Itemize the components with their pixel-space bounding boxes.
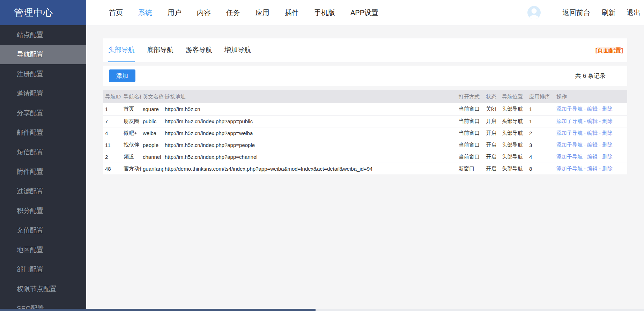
sidebar-item-link[interactable]: 部门配置 [0,260,86,279]
sidebar-item-link[interactable]: 充值配置 [0,221,86,240]
sidebar-menu: 站点配置导航配置注册配置邀请配置分享配置邮件配置短信配置附件配置过滤配置积分配置… [0,25,86,311]
cell-position: 头部导航 [501,139,528,151]
top-navigation: 首页系统用户内容任务应用插件手机版APP设置 [105,8,390,17]
delete-link[interactable]: 删除 [602,130,613,136]
sidebar-item-link[interactable]: 分享配置 [0,103,86,123]
edit-link[interactable]: 编辑 [587,165,598,171]
action-separator: - [584,118,586,124]
cell-name: 首页 [122,103,141,115]
action-separator: - [584,106,586,112]
logout-link[interactable]: 退出 [627,8,641,17]
action-separator: - [584,165,586,171]
topnav-item[interactable]: 内容 [193,8,215,17]
cell-id: 48 [103,163,122,175]
action-separator: - [584,142,586,148]
table-row: 48官方动作guanfanghttp://demo.thinksns.com/t… [103,163,627,175]
sidebar-item-link[interactable]: 地区配置 [0,240,86,260]
add-button[interactable]: 添加 [109,69,135,82]
sidebar-item-link[interactable]: 积分配置 [0,201,86,221]
cell-actions: 添加子导航-编辑-删除 [555,139,627,151]
topnav-item[interactable]: 系统 [134,8,156,17]
cell-url: http://im.h5z.cn/index.php?app=weiba [163,127,457,139]
cell-en_name: public [141,115,163,127]
add-child-link[interactable]: 添加子导航 [556,165,583,171]
delete-link[interactable]: 删除 [602,142,613,148]
cell-id: 11 [103,139,122,151]
edit-link[interactable]: 编辑 [587,130,598,136]
app-title: 管理中心 [0,0,86,25]
cell-en_name: weiba [141,127,163,139]
sidebar-item-active[interactable]: 导航配置 [0,45,86,64]
cell-open_mode: 当前窗口 [457,151,484,163]
back-to-frontend-link[interactable]: 返回前台 [562,8,590,17]
topnav-item[interactable]: 插件 [281,8,303,17]
cell-status: 开启 [484,163,501,175]
cell-position: 头部导航 [501,163,528,175]
cell-position: 头部导航 [501,127,528,139]
sidebar-item-link[interactable]: 附件配置 [0,162,86,182]
add-child-link[interactable]: 添加子导航 [556,142,583,148]
sidebar-item-link[interactable]: 邀请配置 [0,84,86,103]
tab[interactable]: 底部导航 [147,38,173,62]
cell-actions: 添加子导航-编辑-删除 [555,151,627,163]
cell-order: 8 [528,163,555,175]
add-child-link[interactable]: 添加子导航 [556,118,583,124]
topnav-item[interactable]: 首页 [105,8,127,17]
tab[interactable]: 游客导航 [186,38,212,62]
edit-link[interactable]: 编辑 [587,142,598,148]
topnav-item[interactable]: 应用 [251,8,274,17]
sidebar-item-link[interactable]: 权限节点配置 [0,279,86,299]
sidebar-item-link[interactable]: 过滤配置 [0,182,86,201]
refresh-link[interactable]: 刷新 [601,8,615,17]
user-avatar[interactable] [527,6,541,19]
edit-link[interactable]: 编辑 [587,106,598,112]
column-header: 应用排序 [528,90,555,103]
add-child-link[interactable]: 添加子导航 [556,154,583,160]
cell-order: 3 [528,139,555,151]
cell-open_mode: 当前窗口 [457,139,484,151]
delete-link[interactable]: 删除 [602,106,613,112]
nav-tabs: 头部导航底部导航游客导航增加导航 [108,38,263,62]
horizontal-scrollbar[interactable] [0,309,644,311]
cell-position: 头部导航 [501,103,528,115]
edit-link[interactable]: 编辑 [587,118,598,124]
cell-order: 1 [528,115,555,127]
sidebar-item-link[interactable]: 邮件配置 [0,123,86,142]
scrollbar-thumb[interactable] [0,309,316,311]
table-row: 11找伙伴peoplehttp://im.h5z.cn/index.php?ap… [103,139,627,151]
topnav-item[interactable]: 用户 [163,8,186,17]
topbar-right: 返回前台 刷新 退出 [527,6,641,19]
cell-open_mode: 当前窗口 [457,127,484,139]
table-row: 7朋友圈publichttp://im.h5z.cn/index.php?app… [103,115,627,127]
avatar-person-icon [532,8,537,14]
add-child-link[interactable]: 添加子导航 [556,130,583,136]
column-header: 链接地址 [163,90,457,103]
edit-link[interactable]: 编辑 [587,154,598,160]
cell-id: 2 [103,151,122,163]
toolbar: 添加 共 6 条记录 [103,66,627,86]
navigation-table: 导航ID导航名称英文名称链接地址打开方式状态导航位置应用排序操作 1首页squa… [103,90,627,175]
tab[interactable]: 增加导航 [224,38,251,62]
tab[interactable]: 头部导航 [108,38,135,62]
cell-name: 频道 [122,151,141,163]
table-row: 4微吧+weibahttp://im.h5z.cn/index.php?app=… [103,127,627,139]
cell-en_name: people [141,139,163,151]
delete-link[interactable]: 删除 [602,154,613,160]
delete-link[interactable]: 删除 [602,165,613,171]
cell-order: 1 [528,103,555,115]
nav-table-panel: 导航ID导航名称英文名称链接地址打开方式状态导航位置应用排序操作 1首页squa… [103,90,627,175]
topnav-item[interactable]: 任务 [222,8,244,17]
action-separator: - [584,130,586,136]
page-config-link[interactable]: [页面配置] [595,46,623,54]
delete-link[interactable]: 删除 [602,118,613,124]
cell-en_name: square [141,103,163,115]
topnav-item[interactable]: 手机版 [310,8,339,17]
add-child-link[interactable]: 添加子导航 [556,106,583,112]
sidebar-item-link[interactable]: 注册配置 [0,64,86,84]
cell-open_mode: 当前窗口 [457,103,484,115]
topnav-item[interactable]: APP设置 [346,8,383,17]
cell-order: 2 [528,127,555,139]
table-row: 1首页squarehttp://im.h5z.cn当前窗口关闭头部导航1添加子导… [103,103,627,115]
sidebar-item-link[interactable]: 短信配置 [0,142,86,162]
sidebar-item-link[interactable]: 站点配置 [0,25,86,45]
